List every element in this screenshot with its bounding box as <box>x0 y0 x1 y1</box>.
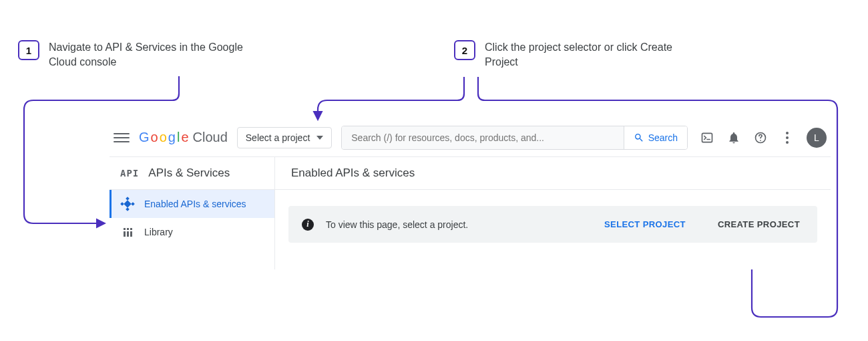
cloud-word: Cloud <box>193 130 228 145</box>
main-panel: Enabled APIs & services i To view this p… <box>275 157 831 269</box>
sidebar-item-enabled-apis[interactable]: Enabled APIs & services <box>110 190 274 218</box>
api-badge-icon: API <box>120 168 139 179</box>
help-icon[interactable] <box>753 130 768 145</box>
sidebar-item-library[interactable]: Library <box>110 218 274 246</box>
select-project-banner: i To view this page, select a project. S… <box>288 206 817 243</box>
search-input[interactable] <box>342 126 623 149</box>
chevron-down-icon <box>316 136 323 140</box>
search-wrapper: Search <box>341 126 688 150</box>
select-project-button[interactable]: SELECT PROJECT <box>600 217 690 232</box>
more-options-icon[interactable] <box>780 130 795 145</box>
google-cloud-logo[interactable]: Google Cloud <box>139 130 228 145</box>
notifications-icon[interactable] <box>726 130 741 145</box>
sidebar: API APIs & Services Enabled APIs & servi… <box>110 157 275 269</box>
search-button[interactable]: Search <box>624 126 687 149</box>
callout-2: 2 Click the project selector or click Cr… <box>454 40 698 69</box>
cloud-shell-icon[interactable] <box>700 130 714 145</box>
sidebar-item-label: Library <box>144 227 173 237</box>
enabled-apis-icon <box>122 198 134 210</box>
callout-1-badge: 1 <box>18 40 39 60</box>
info-icon: i <box>302 219 314 231</box>
sidebar-item-label: Enabled APIs & services <box>144 199 246 209</box>
svg-rect-0 <box>702 133 712 142</box>
console-topbar: Google Cloud Select a project Search <box>110 124 831 157</box>
console-body: API APIs & Services Enabled APIs & servi… <box>110 157 831 269</box>
hamburger-menu-icon[interactable] <box>114 130 130 146</box>
gcp-console: Google Cloud Select a project Search <box>110 124 831 269</box>
search-button-label: Search <box>648 132 678 143</box>
account-avatar[interactable]: L <box>807 128 827 148</box>
callout-2-text: Click the project selector or click Crea… <box>485 40 698 69</box>
callout-1-text: Navigate to API & Services in the Google… <box>49 40 262 69</box>
topbar-utilities: L <box>700 128 827 148</box>
project-selector-label: Select a project <box>246 132 310 143</box>
project-selector[interactable]: Select a project <box>237 127 333 148</box>
create-project-button[interactable]: CREATE PROJECT <box>714 217 804 232</box>
sidebar-section-header: API APIs & Services <box>110 157 274 190</box>
callout-1: 1 Navigate to API & Services in the Goog… <box>18 40 262 69</box>
search-icon <box>634 132 644 143</box>
callout-2-badge: 2 <box>454 40 475 60</box>
banner-message: To view this page, select a project. <box>326 219 468 230</box>
page-title: Enabled APIs & services <box>275 157 831 190</box>
sidebar-section-title: APIs & Services <box>148 166 230 180</box>
library-icon <box>122 226 134 238</box>
